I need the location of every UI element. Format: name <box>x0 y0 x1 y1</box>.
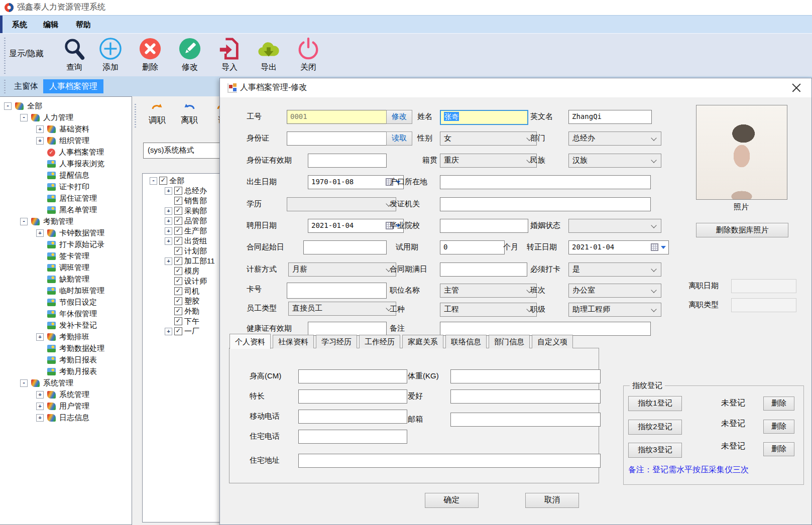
checkbox-checked[interactable] <box>174 227 182 235</box>
tree-item[interactable]: 证卡打印 <box>0 181 132 193</box>
dept-label[interactable]: 计划部 <box>184 246 207 256</box>
employee-type-select[interactable]: 直接员工 <box>288 302 396 316</box>
tree-item[interactable]: 临时加班管理 <box>0 285 132 297</box>
dept-label[interactable]: 司机 <box>184 287 199 296</box>
dept-label[interactable]: 销售部 <box>184 196 207 206</box>
id-card-field[interactable] <box>287 132 387 146</box>
tree-item-label[interactable]: 人事报表浏览 <box>59 159 104 169</box>
tree-item-label[interactable]: 年休假管理 <box>59 309 97 319</box>
expand-icon[interactable] <box>36 403 44 410</box>
tree-item-label[interactable]: 黑名单管理 <box>59 205 97 215</box>
edit-button[interactable]: 修改 <box>174 36 206 75</box>
native-place-select[interactable]: 重庆 <box>440 154 537 168</box>
dept-label[interactable]: 出货组 <box>184 236 207 246</box>
tree-item-label[interactable]: 考勤日报表 <box>59 355 97 365</box>
tab-department-info[interactable]: 部门信息 <box>489 335 530 348</box>
tree-item[interactable]: 日志信息 <box>0 412 132 424</box>
tree-item-label[interactable]: 节假日设定 <box>59 298 97 307</box>
tree-item-label[interactable]: 考勤排班 <box>59 332 89 342</box>
tree-item-selected[interactable]: 人事档案管理 <box>0 147 132 158</box>
checkbox-checked[interactable] <box>174 277 182 285</box>
education-select[interactable] <box>287 197 396 211</box>
tab-personnel-archive[interactable]: 人事档案管理 <box>43 79 103 93</box>
dropdown-arrow-icon[interactable] <box>661 246 666 249</box>
regularization-date-picker[interactable]: 2021-01-04 <box>568 240 669 254</box>
tree-item[interactable]: 考勤排班 <box>0 331 132 343</box>
dept-label[interactable]: 加工部11 <box>184 256 215 266</box>
fingerprint1-register-button[interactable]: 指纹1登记 <box>628 396 682 411</box>
dept-label[interactable]: 生产部 <box>184 226 207 236</box>
hobby-field[interactable] <box>450 389 601 404</box>
english-name-field[interactable]: ZhangQi <box>568 110 652 124</box>
tree-item-label[interactable]: 日志信息 <box>59 413 89 423</box>
name-field[interactable]: 张奇 <box>440 110 528 125</box>
tree-item-label[interactable]: 考勤数据处理 <box>59 344 104 353</box>
toolbar-grip[interactable] <box>4 37 6 74</box>
dept-label[interactable]: 一厂 <box>184 327 199 336</box>
tree-item[interactable]: 提醒信息 <box>0 170 132 181</box>
expand-icon[interactable] <box>165 328 172 335</box>
height-field[interactable] <box>298 369 407 383</box>
card-number-field[interactable] <box>287 283 387 299</box>
tree-item-label[interactable]: 发补卡登记 <box>59 321 97 330</box>
tree-item[interactable]: 用户管理 <box>0 401 132 412</box>
dialog-close-icon[interactable] <box>791 82 802 93</box>
expand-icon[interactable] <box>36 137 44 145</box>
import-button[interactable]: 导入 <box>213 36 246 75</box>
fingerprint1-delete-button[interactable]: 删除 <box>763 397 794 411</box>
ethnicity-select[interactable]: 汉族 <box>568 154 661 168</box>
tab-family[interactable]: 家庭关系 <box>402 335 443 348</box>
tabstrip-grip[interactable] <box>4 79 6 93</box>
checkbox-checked[interactable] <box>174 187 182 195</box>
weight-field[interactable] <box>450 369 601 383</box>
dept-label[interactable]: 外勤 <box>184 307 199 316</box>
menu-help[interactable]: 帮助 <box>73 16 94 34</box>
collapse-icon[interactable] <box>20 114 28 121</box>
menu-edit[interactable]: 编辑 <box>40 16 61 34</box>
tree-item-label[interactable]: 缺勤管理 <box>59 275 89 284</box>
expand-icon[interactable] <box>165 217 172 225</box>
cancel-button[interactable]: 取消 <box>525 493 579 508</box>
graduate-school-field[interactable] <box>440 219 528 233</box>
checkbox-checked[interactable] <box>174 197 182 205</box>
contract-end-field[interactable] <box>440 262 527 277</box>
tree-item[interactable]: 居住证管理 <box>0 193 132 204</box>
export-button[interactable]: 导出 <box>253 36 285 75</box>
checkbox-checked[interactable] <box>174 217 182 225</box>
dept-label[interactable]: 全部 <box>169 176 184 186</box>
tree-item[interactable]: 组织管理 <box>0 135 132 147</box>
tree-item-label[interactable]: 居住证管理 <box>59 194 97 203</box>
tree-item[interactable]: 人力管理 <box>0 112 132 123</box>
search-button[interactable]: 查询 <box>58 36 90 75</box>
dept-label[interactable]: 品管部 <box>184 216 207 226</box>
tree-item[interactable]: 考勤日报表 <box>0 354 132 366</box>
home-address-field[interactable] <box>298 454 601 468</box>
checkbox-checked[interactable] <box>174 247 182 255</box>
tab-education-history[interactable]: 学习经历 <box>316 335 357 348</box>
close-button[interactable]: 关闭 <box>292 36 324 75</box>
checkbox-checked[interactable] <box>174 327 182 335</box>
expand-icon[interactable] <box>36 391 44 399</box>
checkbox-checked[interactable] <box>174 267 182 275</box>
tree-item[interactable]: 打卡原始记录 <box>0 239 132 250</box>
tree-item[interactable]: 考勤数据处理 <box>0 343 132 354</box>
expand-icon[interactable] <box>165 237 172 245</box>
tab-personal-info[interactable]: 个人资料 <box>229 334 271 349</box>
fingerprint2-register-button[interactable]: 指纹2登记 <box>628 420 682 435</box>
tree-item[interactable]: 调班管理 <box>0 262 132 274</box>
tree-item[interactable]: 系统管理 <box>0 377 132 389</box>
dept-label[interactable]: 塑胶 <box>184 297 199 306</box>
fingerprint3-register-button[interactable]: 指纹3登记 <box>628 443 682 458</box>
ok-button[interactable]: 确定 <box>425 493 479 508</box>
expand-icon[interactable] <box>36 229 44 237</box>
must-clock-select[interactable]: 是 <box>568 262 661 277</box>
tree-item[interactable]: 考勤月报表 <box>0 366 132 377</box>
dept-label[interactable]: 设计师 <box>184 277 207 286</box>
dept-label[interactable]: 模房 <box>184 267 199 276</box>
tree-item-label[interactable]: 证卡打印 <box>59 182 89 192</box>
checkbox-checked[interactable] <box>159 177 167 185</box>
email-field[interactable] <box>450 413 601 427</box>
tree-item[interactable]: 年休假管理 <box>0 308 132 320</box>
tree-item-label[interactable]: 组织管理 <box>59 136 89 146</box>
tree-item-label[interactable]: 调班管理 <box>59 263 89 273</box>
